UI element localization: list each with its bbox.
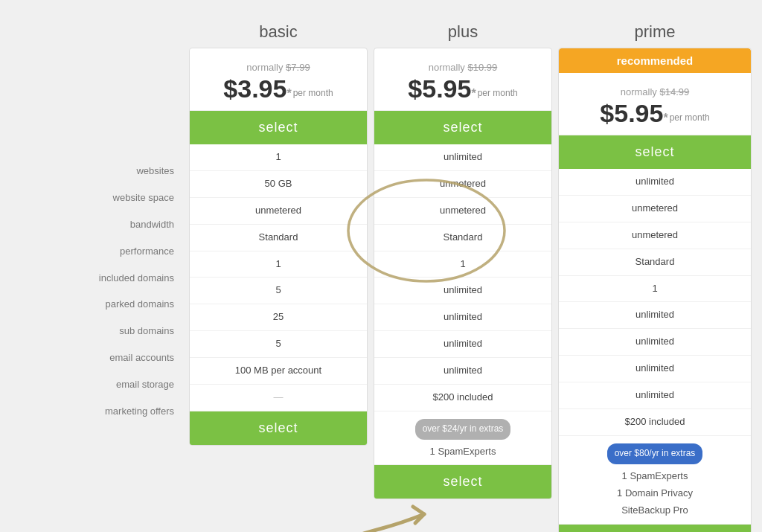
label-included-domains: included domains — [30, 266, 186, 292]
plus-plan-name: plus — [448, 22, 478, 48]
basic-select-bottom[interactable]: select — [190, 411, 367, 445]
basic-plan-name: basic — [259, 22, 297, 48]
label-bandwidth: bandwidth — [30, 212, 186, 239]
label-website-space: website space — [30, 185, 186, 212]
prime-email-storage: unlimited — [559, 382, 751, 409]
prime-included-domains: 1 — [559, 276, 751, 303]
plus-included-domains: 1 — [374, 251, 551, 278]
prime-select-top[interactable]: select — [559, 135, 751, 169]
basic-email-storage: 100 MB per account — [190, 358, 367, 385]
prime-bandwidth: unmetered — [559, 222, 751, 249]
basic-plan-card: normally $7.99 $3.95* per month select 1… — [189, 48, 368, 446]
label-parked-domains: parked domains — [30, 292, 186, 318]
basic-normally: normally $7.99 — [197, 62, 359, 73]
basic-price-section: normally $7.99 $3.95* per month — [190, 48, 367, 111]
basic-email-accounts: 5 — [190, 331, 367, 358]
plans-columns: basic normally $7.99 $3.95* per month — [186, 22, 755, 532]
prime-domain-privacy: 1 Domain Privacy — [565, 484, 745, 501]
prime-spamexperts: 1 SpamExperts — [565, 467, 745, 484]
basic-plan-title: basic — [189, 22, 368, 48]
prime-email-accounts: unlimited — [559, 356, 751, 382]
label-marketing-offers: marketing offers — [30, 399, 186, 426]
plus-marketing-offers: $200 included — [374, 385, 551, 411]
plus-websites: unlimited — [374, 144, 551, 171]
prime-select-bottom[interactable]: select — [559, 525, 751, 532]
basic-included-domains: 1 — [190, 251, 367, 278]
prime-marketing-offers: $200 included — [559, 409, 751, 436]
plus-email-accounts: unlimited — [374, 331, 551, 358]
plus-select-top[interactable]: select — [374, 111, 551, 144]
prime-sitebackup: SiteBackup Pro — [565, 501, 745, 519]
prime-plan-title: prime — [558, 22, 752, 48]
prime-sub-domains: unlimited — [559, 329, 751, 356]
prime-price-section: normally $14.99 $5.95* per month — [559, 73, 751, 135]
plus-sub-domains: unlimited — [374, 304, 551, 331]
basic-per: per month — [293, 88, 333, 98]
prime-plan-card: recommended normally $14.99 $5.95* per m… — [558, 48, 752, 532]
plus-normally: normally $10.99 — [382, 62, 544, 73]
plus-plan-title: plus — [374, 22, 552, 48]
label-sub-domains: sub domains — [30, 318, 186, 345]
plus-select-bottom[interactable]: select — [374, 465, 551, 499]
prime-extras: over $80/yr in extras 1 SpamExperts 1 Do… — [559, 436, 751, 525]
plus-email-storage: unlimited — [374, 358, 551, 385]
plus-website-space: unmetered — [374, 171, 551, 198]
label-email-storage: email storage — [30, 372, 186, 399]
basic-bandwidth: unmetered — [190, 198, 367, 225]
prime-plan-name: prime — [634, 22, 675, 48]
basic-parked-domains: 5 — [190, 278, 367, 304]
label-email-accounts: email accounts — [30, 345, 186, 372]
prime-price: $5.95* — [600, 100, 667, 126]
prime-extras-tag: over $80/yr in extras — [607, 443, 703, 464]
basic-select-top[interactable]: select — [190, 111, 367, 144]
label-performance: performance — [30, 239, 186, 266]
feature-labels: websites website space bandwidth perform… — [30, 22, 186, 532]
basic-price: $3.95* — [223, 76, 291, 101]
plus-extras: over $24/yr in extras 1 SpamExperts — [374, 411, 551, 465]
basic-websites: 1 — [190, 144, 367, 171]
basic-marketing-offers: — — [190, 385, 367, 411]
plus-parked-domains: unlimited — [374, 278, 551, 304]
plus-price-section: normally $10.99 $5.95* per month — [374, 48, 551, 111]
plus-price: $5.95* — [408, 76, 476, 101]
prime-parked-domains: unlimited — [559, 302, 751, 329]
plus-extras-tag: over $24/yr in extras — [415, 419, 511, 440]
basic-performance: Standard — [190, 225, 367, 251]
plus-per: per month — [478, 88, 518, 98]
basic-sub-domains: 25 — [190, 304, 367, 331]
plus-performance: Standard — [374, 225, 551, 251]
prime-performance: Standard — [559, 249, 751, 276]
prime-websites: unlimited — [559, 169, 751, 196]
prime-per: per month — [670, 112, 710, 123]
plus-plan-card: normally $10.99 $5.95* per month select … — [374, 48, 552, 499]
prime-recommended-badge: recommended — [559, 48, 751, 73]
plus-spamexperts: 1 SpamExperts — [380, 443, 545, 460]
prime-website-space: unmetered — [559, 196, 751, 222]
basic-website-space: 50 GB — [190, 171, 367, 198]
label-websites: websites — [30, 158, 186, 185]
prime-normally: normally $14.99 — [566, 86, 743, 97]
plus-bandwidth: unmetered — [374, 198, 551, 225]
arrow-decoration — [305, 499, 454, 532]
